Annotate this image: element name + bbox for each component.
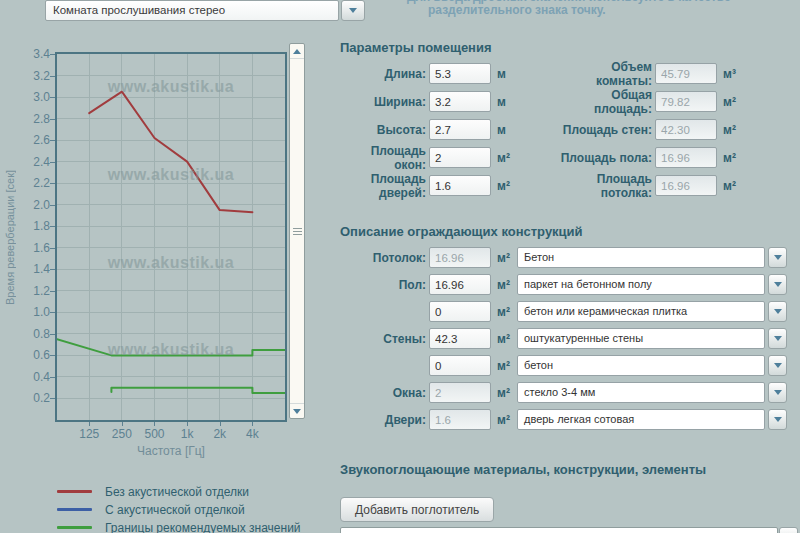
dropdown-arrow-button[interactable]	[768, 382, 787, 403]
windows-material-select[interactable]: стекло 3-4 мм	[517, 382, 765, 403]
section-title: Звукопоглощающие материалы, конструкции,…	[340, 462, 800, 477]
doors-area-field	[429, 409, 491, 430]
y-tick	[50, 248, 55, 249]
field-label: Потолок:	[340, 251, 426, 265]
ceiling-material-select[interactable]: Бетон	[517, 247, 765, 268]
walls-area-input[interactable]	[429, 328, 491, 349]
width-input[interactable]	[429, 91, 491, 112]
y-tick	[50, 140, 55, 141]
x-axis-title: Частота [Гц]	[57, 444, 285, 458]
y-label: 1.6	[16, 241, 50, 255]
construction-row: Потолок: м² Бетон	[340, 247, 800, 268]
dropdown-arrow-button[interactable]	[768, 409, 787, 430]
y-tick	[50, 334, 55, 335]
add-absorber-button[interactable]: Добавить поглотитель	[340, 497, 494, 522]
chevron-down-icon	[774, 363, 782, 368]
unit-label: м²	[723, 123, 736, 137]
legend-item: Без акустической отделки	[57, 485, 301, 498]
select-value: стекло 3-4 мм	[524, 386, 595, 398]
param-row: Объем комнаты: м³	[555, 63, 736, 84]
floor2-area-input[interactable]	[429, 301, 491, 322]
unit-label: м²	[497, 305, 517, 319]
legend-label: Границы рекомендуемых значений	[105, 521, 301, 533]
unit-label: м²	[497, 179, 510, 193]
chevron-down-icon	[774, 309, 782, 314]
x-label: 4k	[235, 427, 269, 441]
legend-blue-line	[57, 508, 92, 511]
absorber-select-arrow-button[interactable]	[779, 527, 798, 533]
y-tick	[50, 76, 55, 77]
chevron-down-icon	[774, 417, 782, 422]
windows-area-input[interactable]	[429, 147, 491, 168]
chevron-down-icon	[349, 8, 357, 13]
height-input[interactable]	[429, 119, 491, 140]
x-label: 500	[137, 427, 171, 441]
x-tick	[154, 422, 155, 426]
legend-red-line	[57, 490, 92, 493]
doors-material-select[interactable]: дверь легкая сотовая	[517, 409, 765, 430]
select-value: дверь легкая сотовая	[524, 413, 634, 425]
field-label: Двери:	[340, 413, 426, 427]
legend-item: Границы рекомендуемых значений	[57, 521, 301, 533]
select-value: Бетон	[524, 251, 554, 263]
y-label: 2.0	[16, 198, 50, 212]
chevron-down-icon	[774, 255, 782, 260]
field-label: Окна:	[340, 386, 426, 400]
chevron-down-icon	[774, 336, 782, 341]
legend-green-line	[57, 526, 92, 529]
dropdown-arrow-button[interactable]	[768, 301, 787, 322]
field-label: Длина:	[340, 67, 426, 81]
x-label: 250	[105, 427, 139, 441]
plot-area: www.akustik.ua www.akustik.ua www.akusti…	[55, 52, 287, 422]
dropdown-arrow-button[interactable]	[768, 247, 787, 268]
y-tick	[50, 355, 55, 356]
select-value: оштукатуренные стены	[524, 332, 643, 344]
absorber-select[interactable]	[340, 527, 778, 533]
dropdown-arrow-button[interactable]	[768, 355, 787, 376]
watermark: www.akustik.ua	[108, 254, 234, 272]
param-row: Ширина: м	[340, 91, 510, 112]
dropdown-arrow-button[interactable]	[768, 274, 787, 295]
triangle-up-icon	[293, 49, 301, 54]
scroll-down-button[interactable]	[290, 403, 304, 418]
section-absorbers: Звукопоглощающие материалы, конструкции,…	[340, 462, 800, 522]
y-label: 0.2	[16, 391, 50, 405]
chart-scrollbar[interactable]	[289, 43, 305, 419]
field-label: Пол:	[340, 278, 426, 292]
y-label: 0.8	[16, 327, 50, 341]
floor-area-input[interactable]	[429, 274, 491, 295]
y-label: 1.2	[16, 284, 50, 298]
room-select-arrow-button[interactable]	[341, 0, 365, 21]
unit-label: м²	[497, 332, 517, 346]
param-row: Общая площадь: м²	[555, 91, 736, 112]
field-label: Объем комнаты:	[555, 60, 652, 88]
legend-label: С акустической отделкой	[105, 503, 245, 517]
walls-material-select[interactable]: оштукатуренные стены	[517, 328, 765, 349]
param-row: Площадь окон: м²	[340, 147, 510, 168]
field-label: Высота:	[340, 123, 426, 137]
construction-row: Стены: м² оштукатуренные стены	[340, 328, 800, 349]
y-tick	[50, 54, 55, 55]
walls2-area-input[interactable]	[429, 355, 491, 376]
floor-material-select[interactable]: паркет на бетонном полу	[517, 274, 765, 295]
unit-label: м	[497, 123, 506, 137]
y-label: 3.4	[16, 47, 50, 61]
dropdown-arrow-button[interactable]	[768, 328, 787, 349]
x-tick	[122, 422, 123, 426]
floor2-material-select[interactable]: бетон или керамическая плитка	[517, 301, 765, 322]
construction-row: м² бетон или керамическая плитка	[340, 301, 800, 322]
length-input[interactable]	[429, 63, 491, 84]
scroll-up-button[interactable]	[290, 44, 304, 59]
y-tick	[50, 269, 55, 270]
scrollbar-thumb[interactable]	[290, 59, 304, 403]
field-label: Площадь стен:	[555, 123, 652, 137]
walls2-material-select[interactable]: бетон	[517, 355, 765, 376]
y-label: 0.4	[16, 370, 50, 384]
x-tick	[220, 422, 221, 426]
x-label: 1k	[170, 427, 204, 441]
watermark: www.akustik.ua	[108, 78, 234, 96]
doors-area-input[interactable]	[429, 175, 491, 196]
y-label: 3.2	[16, 69, 50, 83]
legend-item: С акустической отделкой	[57, 503, 301, 516]
unit-label: м	[497, 67, 506, 81]
